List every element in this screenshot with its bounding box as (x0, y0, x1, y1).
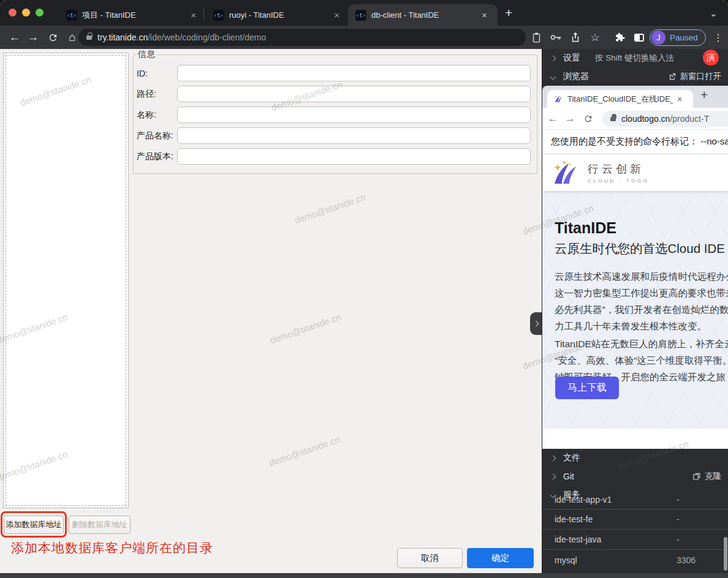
chevron-right-icon (550, 473, 556, 479)
fieldset-legend: 信息 (137, 49, 156, 60)
hero-subtitle: 云原生时代您的首选Cloud IDE (555, 240, 725, 257)
id-input[interactable] (177, 65, 531, 81)
path-input[interactable] (177, 86, 531, 102)
reload-icon[interactable] (44, 26, 61, 49)
product-name-label: 产品名称: (137, 130, 177, 141)
new-tab-button[interactable]: + (505, 6, 512, 20)
embedded-toolbar: ← → cloudtogo.cn/product-T (542, 108, 728, 130)
name-input[interactable] (177, 107, 531, 123)
maximize-window-button[interactable] (36, 9, 44, 17)
lock-icon (610, 117, 616, 121)
cancel-button[interactable]: 取消 (397, 548, 463, 568)
close-tab-icon[interactable]: × (191, 10, 196, 20)
demo-badge[interactable]: 演 (703, 50, 719, 66)
avatar: J (651, 31, 665, 45)
brand-subtitle: CLOUD · TOGO (588, 178, 649, 184)
service-port: - (677, 496, 680, 505)
embedded-page-url: cloudtogo.cn/product-T (621, 114, 709, 124)
service-row[interactable]: mysql3306 (542, 550, 728, 570)
forward-icon[interactable]: → (25, 26, 42, 49)
window-bottom-edge (0, 573, 728, 578)
embedded-address-bar[interactable]: cloudtogo.cn/product-T (602, 111, 728, 127)
embedded-browser: TitanIDE_CloudIDE_在线IDE_ × + ← → cloudto… (542, 86, 728, 449)
scrollbar-thumb[interactable] (724, 537, 727, 571)
share-icon[interactable] (566, 26, 585, 49)
open-new-window-button[interactable]: 新窗口打开 (668, 71, 722, 82)
back-icon[interactable]: ← (545, 108, 561, 130)
titanide-favicon: ‹t› (213, 10, 224, 21)
brand-name: 行云创新 (588, 162, 649, 176)
add-database-address-button[interactable]: 添加数据库地址 (4, 516, 64, 534)
menu-kebab-icon[interactable]: ⋮ (710, 26, 727, 49)
chevron-down-icon (550, 73, 556, 80)
cloudtogo-favicon (553, 94, 563, 104)
site-header: 行云创新 CLOUD · TOGO (542, 154, 728, 191)
profile-paused-pill[interactable]: J Paused (650, 29, 706, 46)
reload-icon[interactable] (580, 108, 596, 130)
embedded-tab[interactable]: TitanIDE_CloudIDE_在线IDE_ × (547, 90, 693, 108)
git-section-row[interactable]: Git 克隆 (542, 467, 728, 486)
name-label: 名称: (137, 110, 177, 121)
close-tab-icon[interactable]: × (482, 10, 487, 20)
product-name-input[interactable] (177, 127, 531, 144)
titanide-favicon: ‹t› (66, 10, 77, 21)
service-row[interactable]: ide-test-fe- (542, 509, 728, 530)
browser-section-label: 浏览器 (563, 71, 589, 82)
settings-section-row[interactable]: 设置 按 Shift 键切换输入法 演 (542, 49, 728, 67)
service-port: - (677, 535, 680, 544)
tab-ruoyi[interactable]: ‹t› ruoyi - TitanIDE × (206, 4, 346, 26)
git-clone-button[interactable]: 克隆 (692, 471, 721, 482)
panel-collapse-handle[interactable] (530, 312, 542, 335)
window-controls (9, 9, 44, 17)
info-fieldset: 信息 ID: 路径: 名称: 产品名称: 产品版本: (133, 49, 537, 174)
files-section-row[interactable]: 文件 (542, 449, 728, 467)
lock-icon[interactable] (86, 36, 92, 40)
side-panel-icon[interactable] (630, 26, 648, 49)
open-in-new-icon (668, 72, 677, 81)
embedded-tab-strip: TitanIDE_CloudIDE_在线IDE_ × + (542, 86, 728, 108)
tab-search-chevron-icon[interactable]: ⌄ (710, 8, 718, 19)
chevron-right-icon (550, 455, 556, 461)
ide-side-panel: 设置 按 Shift 键切换输入法 演 浏览器 新窗口打开 TitanIDE_C… (542, 49, 728, 578)
product-version-input[interactable] (177, 148, 531, 165)
key-icon[interactable] (547, 26, 565, 49)
tab-title: db-client - TitanIDE (371, 10, 474, 20)
browser-tab-strip: ‹t› 项目 - TitanIDE × ‹t› ruoyi - TitanIDE… (0, 0, 728, 26)
service-row[interactable]: ide-test-java- (542, 530, 728, 550)
close-tab-icon[interactable]: × (677, 94, 682, 104)
hero-section: TitanIDE 云原生时代您的首选Cloud IDE 云原生技术高速发展和后疫… (542, 191, 728, 429)
browser-section-row[interactable]: 浏览器 新窗口打开 (542, 67, 728, 86)
database-address-list[interactable] (3, 53, 129, 508)
bookmark-star-icon[interactable]: ☆ (586, 26, 604, 49)
input-method-hint: 按 Shift 键切换输入法 (595, 53, 674, 64)
forward-icon[interactable]: → (562, 108, 578, 130)
path-label: 路径: (137, 89, 177, 100)
delete-database-address-button[interactable]: 删除数据库地址 (69, 516, 131, 534)
id-label: ID: (137, 69, 177, 78)
close-window-button[interactable] (9, 9, 17, 17)
clone-icon (692, 472, 701, 481)
close-tab-icon[interactable]: × (334, 10, 339, 20)
tab-project[interactable]: ‹t› 项目 - TitanIDE × (59, 4, 202, 26)
minimize-window-button[interactable] (22, 9, 30, 17)
service-row[interactable]: ide-test-app-v1- (542, 496, 728, 509)
embedded-new-tab-button[interactable]: + (700, 88, 708, 102)
browser-toolbar: ← → ⌂ try.titanide.cn/ide/web/coding/db-… (0, 26, 728, 49)
db-client-page: 信息 ID: 路径: 名称: 产品名称: 产品版本: 添加数据库地址 删除数据库… (0, 49, 542, 573)
tab-separator (203, 8, 204, 20)
git-label: Git (563, 471, 574, 481)
chevron-right-icon (550, 55, 556, 61)
extensions-puzzle-icon[interactable] (610, 26, 629, 49)
address-bar[interactable]: try.titanide.cn/ide/web/coding/db-client… (78, 29, 526, 46)
unsupported-flag-warning: 您使用的是不受支持的命令行标记： --no-sand (542, 130, 728, 154)
annotation-text: 添加本地数据库客户端所在的目录 (11, 539, 213, 557)
clipboard-icon[interactable] (527, 26, 545, 49)
confirm-button[interactable]: 确定 (467, 548, 534, 568)
service-port: - (677, 514, 680, 524)
tab-title: 项目 - TitanIDE (82, 10, 183, 21)
page-url: try.titanide.cn/ide/web/coding/db-client… (97, 32, 266, 42)
cloudtogo-logo (550, 159, 582, 186)
tab-db-client-active[interactable]: ‹t› db-client - TitanIDE × (348, 4, 498, 26)
download-button[interactable]: 马上下载 (555, 377, 619, 399)
back-icon[interactable]: ← (6, 26, 23, 49)
